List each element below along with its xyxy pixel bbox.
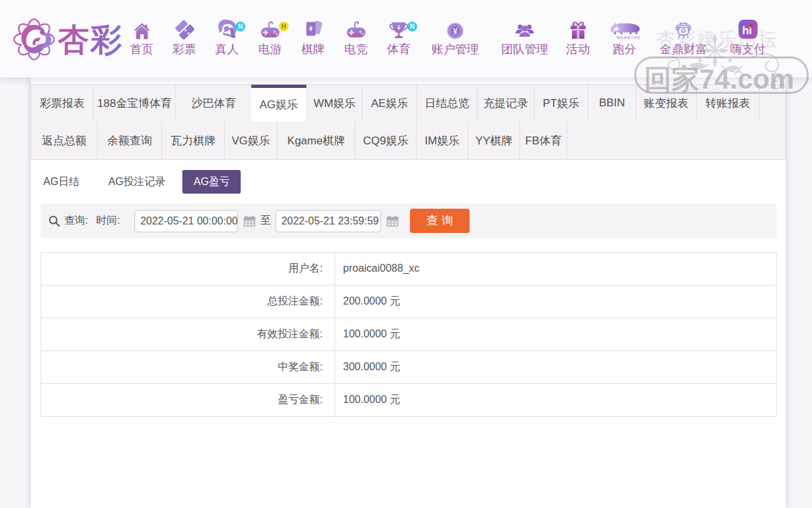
svg-text:¥: ¥ <box>453 27 458 36</box>
svg-text:W乐 体育工作室: W乐 体育工作室 <box>617 35 640 39</box>
